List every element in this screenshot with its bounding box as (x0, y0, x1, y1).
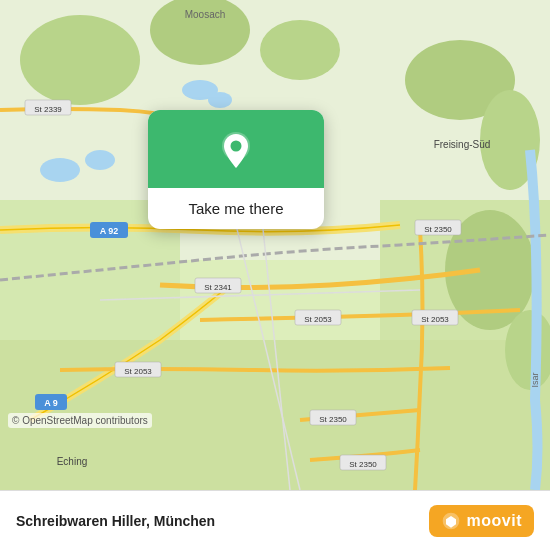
moovit-icon (441, 511, 461, 531)
svg-point-7 (260, 20, 340, 80)
location-info: Schreibwaren Hiller, München (16, 513, 215, 529)
location-pin-icon (214, 128, 258, 172)
moovit-logo[interactable]: moovit (429, 505, 534, 537)
svg-text:St 2341: St 2341 (204, 283, 232, 292)
svg-text:Moosach: Moosach (185, 9, 226, 20)
svg-text:Eching: Eching (57, 456, 88, 467)
take-me-there-button[interactable]: Take me there (172, 188, 299, 229)
svg-text:A 92: A 92 (100, 226, 119, 236)
moovit-label: moovit (467, 512, 522, 530)
bottom-bar: Schreibwaren Hiller, München moovit (0, 490, 550, 550)
svg-text:A 9: A 9 (44, 398, 58, 408)
svg-text:St 2350: St 2350 (349, 460, 377, 469)
svg-text:St 2053: St 2053 (304, 315, 332, 324)
popup-header (148, 110, 324, 188)
svg-point-13 (85, 150, 115, 170)
svg-text:Isar: Isar (530, 372, 540, 387)
location-name: Schreibwaren Hiller, München (16, 513, 215, 529)
svg-point-5 (20, 15, 140, 105)
svg-text:St 2053: St 2053 (124, 367, 152, 376)
svg-point-15 (208, 92, 232, 108)
map-attribution: © OpenStreetMap contributors (8, 413, 152, 428)
svg-text:St 2350: St 2350 (424, 225, 452, 234)
svg-text:St 2339: St 2339 (34, 105, 62, 114)
location-popup: Take me there (148, 110, 324, 229)
svg-text:St 2053: St 2053 (421, 315, 449, 324)
svg-point-12 (40, 158, 80, 182)
svg-point-44 (231, 141, 242, 152)
svg-text:Freising-Süd: Freising-Süd (434, 139, 491, 150)
map-view[interactable]: A 92 A 9 St 2339 St 2341 St 2053 St 2053… (0, 0, 550, 490)
svg-text:St 2350: St 2350 (319, 415, 347, 424)
